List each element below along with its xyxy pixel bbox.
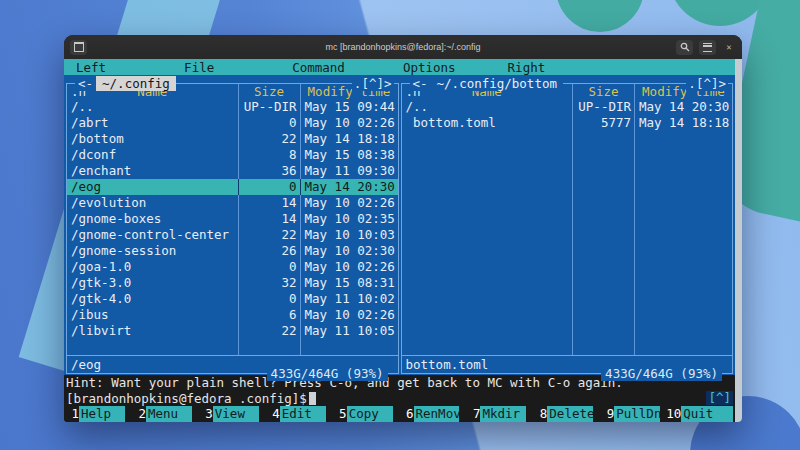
text-cursor [309, 392, 316, 405]
terminal-bottom: Hint: Want your plain shell? Press C-o, … [64, 375, 735, 422]
fkey-renmov[interactable]: 6RenMov [399, 406, 466, 422]
fkey-pulldn[interactable]: 9PullDn [599, 406, 666, 422]
window-glyph-icon [74, 42, 84, 52]
terminal-window-icon[interactable] [70, 40, 87, 55]
updir-badge[interactable]: [^] [706, 391, 733, 405]
panel-right: <- ~/.config/bottom .[^]> Name Size Modi… [401, 83, 734, 374]
file-list: /..UP--DIRMay 14 20:30 bottom.toml5777Ma… [402, 99, 733, 355]
column-header-size[interactable]: Size [572, 84, 634, 99]
magnifier-glyph [680, 42, 690, 52]
file-row-empty [402, 147, 733, 163]
file-row[interactable]: /libvirt22May 11 10:05 [67, 323, 398, 339]
file-row-empty [402, 163, 733, 179]
file-row[interactable]: /evolution14May 10 02:26 [67, 195, 398, 211]
panel-updir-control[interactable]: .[^]> [352, 76, 394, 91]
file-row[interactable]: /gtk-3.032May 15 08:31 [67, 275, 398, 291]
file-row[interactable]: /eog0May 14 20:30 [67, 179, 398, 195]
free-space-label: 433G/464G (93%) [601, 366, 722, 381]
file-list: /..UP--DIRMay 15 09:44/abrt0May 10 02:26… [67, 99, 398, 355]
file-row[interactable]: /enchant36May 11 09:30 [67, 163, 398, 179]
menu-item-right[interactable]: Right [508, 60, 546, 75]
mc-panels: <- ~/.config .[^]> Name Size Modify time… [64, 75, 735, 379]
fkey-delete[interactable]: 8Delete [532, 406, 599, 422]
file-row[interactable]: /..UP--DIRMay 14 20:30 [402, 99, 733, 115]
mc-menubar: LeftFileCommandOptionsRight [64, 59, 735, 75]
function-key-bar: 1Help2Menu3View4Edit5Copy6RenMov7Mkdir8D… [64, 406, 735, 422]
hamburger-menu-icon[interactable] [699, 40, 716, 55]
history-back-arrow[interactable]: <- [75, 76, 96, 91]
fkey-mkdir[interactable]: 7Mkdir [465, 406, 532, 422]
file-row[interactable]: /gtk-4.00May 11 10:02 [67, 291, 398, 307]
fkey-help[interactable]: 1Help [64, 406, 131, 422]
file-row[interactable]: /gnome-control-center22May 10 10:03 [67, 227, 398, 243]
file-row[interactable]: /gnome-boxes14May 10 02:35 [67, 211, 398, 227]
file-row-empty [402, 227, 733, 243]
file-row-empty [402, 131, 733, 147]
column-header-size[interactable]: Size [238, 84, 300, 99]
panel-left: <- ~/.config .[^]> Name Size Modify time… [66, 83, 399, 374]
shell-prompt: [brandonhopkins@fedora .config]$ [66, 391, 307, 406]
fkey-edit[interactable]: 4Edit [265, 406, 332, 422]
file-row[interactable]: bottom.toml5777May 14 18:18 [402, 115, 733, 131]
file-row[interactable]: /gnome-session26May 10 02:30 [67, 243, 398, 259]
menu-item-file[interactable]: File [184, 60, 214, 75]
window-title: mc [brandonhopkins@fedora]:~/.config [64, 42, 742, 52]
file-row-empty [67, 339, 398, 355]
history-back-arrow[interactable]: <- [410, 76, 431, 91]
command-line[interactable]: [brandonhopkins@fedora .config]$ [^] [64, 390, 735, 406]
menu-item-command[interactable]: Command [292, 60, 345, 75]
file-row-empty [402, 291, 733, 307]
file-row-empty [402, 243, 733, 259]
wallpaper-teal-shape [556, 0, 644, 32]
file-row[interactable]: /abrt0May 10 02:26 [67, 115, 398, 131]
file-row-empty [402, 195, 733, 211]
file-row-empty [402, 211, 733, 227]
fkey-view[interactable]: 3View [198, 406, 265, 422]
fkey-copy[interactable]: 5Copy [332, 406, 399, 422]
panel-updir-control[interactable]: .[^]> [686, 76, 728, 91]
file-row[interactable]: /..UP--DIRMay 15 09:44 [67, 99, 398, 115]
file-row-empty [402, 307, 733, 323]
search-icon[interactable] [676, 40, 693, 55]
panel-path[interactable]: ~/.config [96, 76, 176, 91]
panel-path[interactable]: ~/.config/bottom [431, 76, 563, 91]
file-row[interactable]: /ibus6May 10 02:26 [67, 307, 398, 323]
file-row-empty [402, 339, 733, 355]
hamburger-glyph [703, 43, 712, 52]
free-space-label: 433G/464G (93%) [267, 366, 388, 381]
menu-item-options[interactable]: Options [403, 60, 456, 75]
terminal-window: mc [brandonhopkins@fedora]:~/.config ✕ L… [64, 35, 742, 422]
menu-item-left[interactable]: Left [76, 60, 106, 75]
file-row-empty [402, 259, 733, 275]
terminal-scrollbar[interactable] [735, 59, 742, 422]
file-row[interactable]: /goa-1.00May 10 02:26 [67, 259, 398, 275]
file-row[interactable]: /dconf8May 15 08:38 [67, 147, 398, 163]
file-row-empty [402, 275, 733, 291]
file-row-empty [402, 323, 733, 339]
file-row-empty [402, 179, 733, 195]
titlebar[interactable]: mc [brandonhopkins@fedora]:~/.config ✕ [64, 35, 742, 59]
fkey-menu[interactable]: 2Menu [131, 406, 198, 422]
fkey-quit[interactable]: 10Quit [666, 406, 733, 422]
close-icon[interactable]: ✕ [722, 42, 736, 52]
terminal-content: LeftFileCommandOptionsRight <- ~/.config… [64, 59, 735, 422]
file-row[interactable]: /bottom22May 14 18:18 [67, 131, 398, 147]
